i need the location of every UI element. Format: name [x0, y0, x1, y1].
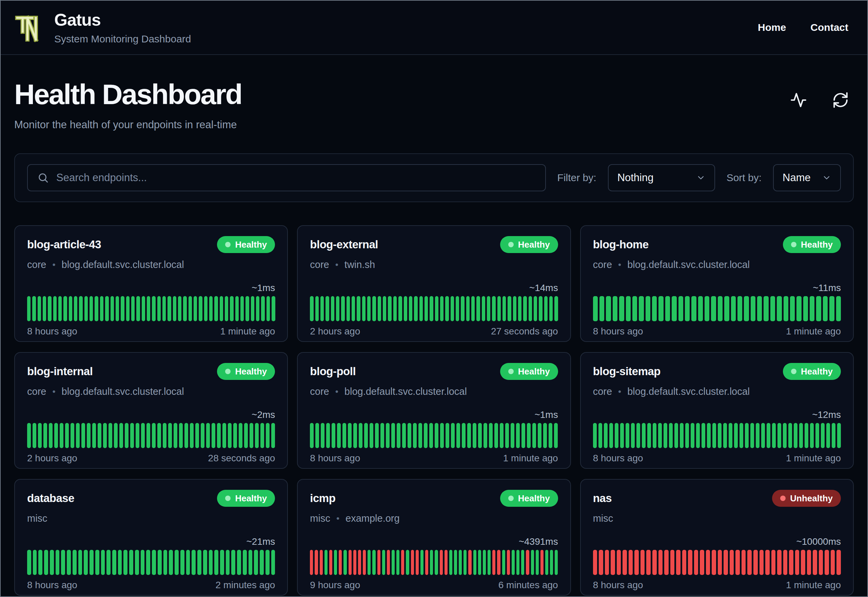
uptime-bar-success [372, 296, 376, 321]
uptime-bars[interactable] [593, 423, 841, 448]
endpoint-name: blog-home [593, 236, 649, 251]
uptime-bar-success [125, 423, 129, 448]
nav-link-home[interactable]: Home [758, 22, 786, 33]
uptime-bar-success [799, 423, 803, 448]
uptime-bar-success [381, 423, 384, 448]
status-badge: Healthy [500, 363, 558, 380]
uptime-bars[interactable] [310, 550, 558, 575]
time-end: 27 seconds ago [491, 326, 558, 337]
uptime-bar-success [680, 423, 684, 448]
uptime-bar-success [179, 423, 183, 448]
endpoint-card[interactable]: blog-internal Healthy core • blog.defaul… [14, 352, 288, 469]
uptime-bar-success [142, 296, 145, 321]
uptime-bar-success [71, 423, 74, 448]
uptime-bar-success [178, 296, 181, 321]
status-badge: Healthy [217, 490, 275, 507]
uptime-bars[interactable] [27, 550, 275, 575]
uptime-bar-success [456, 296, 459, 321]
uptime-bar-success [804, 423, 808, 448]
endpoint-group: misc [27, 513, 47, 524]
status-badge: Unhealthy [772, 490, 841, 507]
uptime-bar-success [372, 550, 375, 575]
activity-icon[interactable] [790, 92, 807, 108]
uptime-bar-failure [320, 550, 323, 575]
uptime-bar-failure [310, 550, 313, 575]
uptime-bar-success [87, 423, 90, 448]
uptime-bar-failure [387, 550, 390, 575]
uptime-bar-success [367, 296, 370, 321]
endpoint-card[interactable]: blog-article-43 Healthy core • blog.defa… [14, 225, 288, 342]
uptime-bar-success [359, 423, 363, 448]
uptime-bar-success [788, 423, 792, 448]
uptime-bar-success [425, 296, 428, 321]
uptime-bars[interactable] [593, 296, 841, 321]
uptime-bar-success [220, 550, 224, 575]
uptime-bar-success [718, 296, 723, 321]
endpoint-card[interactable]: blog-sitemap Healthy core • blog.default… [580, 352, 854, 469]
uptime-bars[interactable] [27, 296, 275, 321]
uptime-bar-failure [593, 550, 597, 575]
uptime-bar-success [206, 423, 210, 448]
uptime-bar-success [240, 296, 244, 321]
filter-value: Nothing [618, 172, 654, 184]
app-title: Gatus [54, 10, 191, 30]
uptime-bar-failure [629, 550, 633, 575]
status-dot-icon [791, 369, 797, 374]
uptime-bar-success [836, 296, 841, 321]
uptime-bar-success [84, 296, 88, 321]
endpoint-card[interactable]: nas Unhealthy misc ~10000ms 8 hours ago … [580, 479, 854, 596]
endpoint-card[interactable]: blog-poll Healthy core • blog.default.sv… [297, 352, 571, 469]
status-badge: Healthy [500, 236, 558, 253]
uptime-bar-success [386, 423, 390, 448]
filter-select[interactable]: Nothing [608, 164, 715, 191]
uptime-bar-success [494, 423, 498, 448]
uptime-bar-success [554, 296, 558, 321]
uptime-bars[interactable] [27, 423, 275, 448]
uptime-bar-failure [706, 550, 710, 575]
endpoint-card[interactable]: blog-home Healthy core • blog.default.sv… [580, 225, 854, 342]
uptime-bar-success [266, 423, 270, 448]
nav-link-contact[interactable]: Contact [810, 22, 848, 33]
uptime-bar-failure [789, 550, 793, 575]
uptime-bar-success [188, 296, 192, 321]
uptime-bar-success [826, 423, 830, 448]
uptime-bar-success [744, 296, 749, 321]
endpoint-host: blog.default.svc.cluster.local [627, 259, 750, 270]
uptime-bar-failure [700, 550, 704, 575]
meta-separator: • [335, 386, 338, 397]
uptime-bar-success [231, 550, 235, 575]
endpoint-card[interactable]: database Healthy misc ~21ms 8 hours ago … [14, 479, 288, 596]
status-dot-icon [225, 369, 231, 374]
uptime-bar-success [512, 550, 515, 575]
endpoint-card[interactable]: blog-external Healthy core • twin.sh ~14… [297, 225, 571, 342]
uptime-bars[interactable] [593, 550, 841, 575]
uptime-bar-success [316, 423, 319, 448]
time-start: 9 hours ago [310, 580, 360, 591]
uptime-bar-success [430, 550, 433, 575]
chevron-down-icon [696, 173, 706, 183]
refresh-icon[interactable] [832, 92, 849, 108]
uptime-bar-success [199, 296, 202, 321]
uptime-bar-failure [730, 550, 734, 575]
uptime-bar-success [44, 550, 48, 575]
uptime-bar-success [810, 423, 814, 448]
uptime-bar-success [482, 296, 485, 321]
uptime-bar-success [532, 423, 536, 448]
uptime-bar-success [251, 296, 254, 321]
uptime-bar-success [815, 423, 819, 448]
uptime-bar-success [392, 550, 395, 575]
uptime-bars[interactable] [310, 296, 558, 321]
sort-select[interactable]: Name [773, 164, 841, 191]
uptime-bar-success [829, 296, 834, 321]
uptime-bar-failure [760, 550, 764, 575]
uptime-bars[interactable] [310, 423, 558, 448]
time-end: 1 minute ago [220, 326, 275, 337]
search-input[interactable] [56, 172, 536, 184]
endpoint-card[interactable]: icmp Healthy misc • example.org ~4391ms … [297, 479, 571, 596]
meta-separator: • [618, 260, 621, 270]
uptime-bar-success [43, 423, 47, 448]
uptime-bar-success [310, 296, 313, 321]
uptime-bar-success [214, 550, 218, 575]
uptime-bar-success [598, 423, 602, 448]
uptime-bar-success [613, 296, 618, 321]
